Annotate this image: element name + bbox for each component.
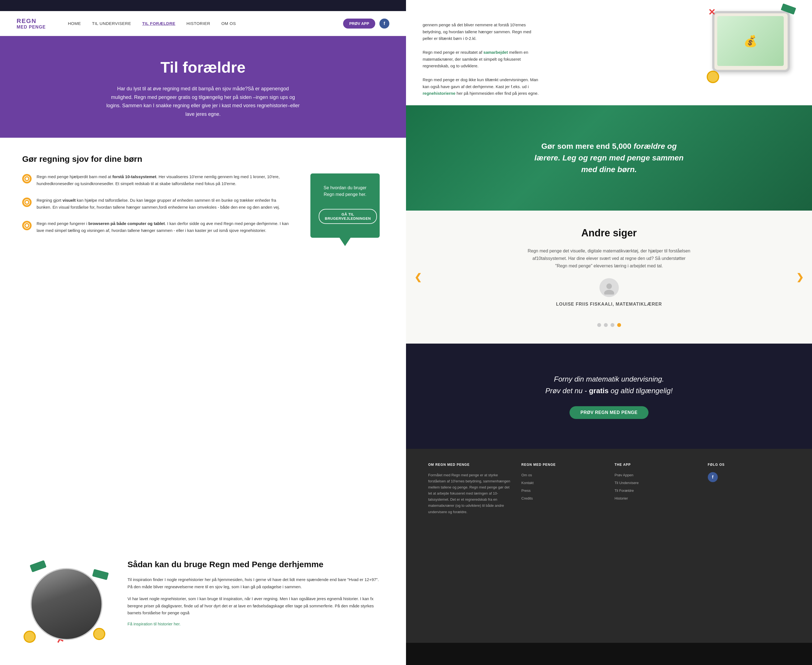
footer-prov-appen[interactable]: Prøv Appen (615, 472, 697, 478)
dark-cta-text: Forny din matematik undervisning. Prøv d… (545, 373, 673, 396)
sadan-p2: Vi har lavet nogle regnehistorier, som I… (128, 595, 384, 616)
dot-3[interactable] (610, 323, 614, 327)
sadan-image-wrapper: ✕ (22, 560, 111, 649)
navbar: REGN MED PENGE HOME TIL UNDERVISERE TIL … (0, 11, 406, 36)
bottom-bar (406, 643, 812, 665)
sadan-link[interactable]: Få inspiration til historier her. (128, 621, 181, 626)
bubble-button[interactable]: GÅ TIL BRUGERVEJLEDNINGEN (319, 209, 377, 224)
nav-foraeldre[interactable]: TIL FORÆLDRE (142, 21, 176, 26)
andre-section: ❮ Andre siger Regn med penge det visuell… (406, 211, 812, 344)
top-bar (0, 0, 406, 11)
app-preview-text: gennem penge så det bliver nemmere at fo… (423, 21, 539, 97)
green-banner-content: Gør som mere end 5,000 forældre og lærer… (533, 141, 685, 175)
app-preview-p3: Regn med penge er dog ikke kun tiltænkt … (423, 77, 539, 97)
green-banner-text: Gør som mere end 5,000 forældre og lærer… (533, 141, 685, 175)
feature-text-1: Regn med penge hjælperdit barn med at fo… (36, 174, 290, 187)
tablet-shape: 💰 (712, 11, 790, 72)
svg-point-5 (26, 224, 28, 227)
footer-facebook-icon[interactable]: f (708, 472, 718, 482)
regnehistorierne-link[interactable]: regnehistorierne (423, 91, 455, 96)
app-preview-section: gennem penge så det bliver nemmere at fo… (406, 0, 812, 105)
andre-heading: Andre siger (428, 227, 790, 239)
prov-regn-button[interactable]: PRØV REGN MED PENGE (569, 406, 649, 419)
carousel-dots (428, 323, 790, 327)
footer-press[interactable]: Press (521, 488, 603, 494)
hero-title: Til forældre (33, 58, 373, 76)
coin-deco-1 (23, 631, 36, 643)
features-area: Regn med penge hjælperdit barn med at fo… (22, 174, 384, 244)
footer-om-os[interactable]: Om os (521, 472, 603, 478)
footer-col-about: OM REGN MED PENGE Formålet med Regn med … (428, 463, 510, 629)
right-column: gennem penge så det bliver nemmere at fo… (406, 0, 812, 665)
app-preview-p2: Regn med penge er resultatet af samarbej… (423, 49, 539, 70)
svg-point-7 (606, 283, 612, 289)
footer-til-foraeldre[interactable]: Til Forældre (615, 488, 697, 494)
footer-fb-label: f (712, 475, 714, 480)
facebook-button[interactable]: f (379, 18, 389, 29)
nav-home[interactable]: HOME (68, 21, 81, 26)
nav-undervisere[interactable]: TIL UNDERVISERE (92, 21, 131, 26)
feature-icon-2 (22, 198, 31, 207)
footer-col-links: REGN MED PENGE Om os Kontakt Press Credi… (521, 463, 603, 629)
features-heading: Gør regning sjov for dine børn (22, 154, 384, 164)
feature-text-3: Regn med penge fungerer i browseren på b… (36, 220, 290, 234)
footer-col-app: THE APP Prøv Appen Til Undervisere Til F… (615, 463, 697, 629)
call-box: Se hvordan du bruger Regn med penge her.… (306, 174, 384, 244)
carousel-arrow-right[interactable]: ❯ (796, 272, 804, 282)
feature-icon-1 (22, 174, 31, 183)
footer-col1-heading: OM REGN MED PENGE (428, 463, 510, 467)
feature-item-1: Regn med penge hjælperdit barn med at fo… (22, 174, 290, 187)
dot-4[interactable] (617, 323, 621, 327)
hero-body: Har du lyst til at øve regning med dit b… (106, 85, 300, 118)
feature-item-2: Regning gjort visuelt kan hjælpe md talf… (22, 197, 290, 211)
bubble-text: Se hvordan du bruger Regn med penge her. (319, 185, 371, 198)
facebook-icon: f (384, 21, 385, 26)
footer-col2-heading: REGN MED PENGE (521, 463, 603, 467)
footer-col4-heading: FØLG OS (708, 463, 790, 467)
features-section: Gør regning sjov for dine børn Regn med … (0, 138, 406, 549)
footer-til-undervisere[interactable]: Til Undervisere (615, 480, 697, 486)
footer-col1-text: Formålet med Regn med penge er at styrke… (428, 472, 510, 515)
logo-top: REGN (16, 18, 46, 25)
coin-deco-tablet (707, 70, 719, 83)
sadan-section: ✕ Sådan kan du bruge Regn med Penge derh… (0, 549, 406, 665)
hero-section: Til forældre Har du lyst til at øve regn… (0, 36, 406, 138)
green-banner: Gør som mere end 5,000 forældre og lærer… (406, 105, 812, 211)
footer-kontakt[interactable]: Kontakt (521, 480, 603, 486)
feature-text-2: Regning gjort visuelt kan hjælpe md talf… (36, 197, 290, 211)
sadan-image-circle (31, 568, 103, 640)
feature-item-3: Regn med penge fungerer i browseren på b… (22, 220, 290, 234)
sadan-text: Sådan kan du bruge Regn med Penge derhje… (128, 560, 384, 626)
dark-cta-section: Forny din matematik undervisning. Prøv d… (406, 344, 812, 449)
dot-2[interactable] (604, 323, 608, 327)
nav-links: HOME TIL UNDERVISERE TIL FORÆLDRE HISTOR… (68, 21, 343, 26)
logo: REGN MED PENGE (16, 18, 46, 29)
sadan-p1: Til inspiration finder I nogle regnehist… (128, 576, 384, 590)
dot-1[interactable] (597, 323, 601, 327)
prov-app-button[interactable]: PRØV APP (343, 18, 375, 29)
svg-point-1 (26, 177, 28, 180)
coin-deco-2 (93, 628, 105, 640)
tablet-illustration: 💰 ✕ (707, 5, 796, 83)
sadan-heading: Sådan kan du bruge Regn med Penge derhje… (128, 560, 384, 569)
andre-name: LOUISE FRIIS FISKAALI, MATEMATIKLÆRER (556, 300, 662, 308)
app-preview-p1: gennem penge så det bliver nemmere at fo… (423, 21, 539, 42)
nav-om-os[interactable]: OM OS (221, 21, 236, 26)
x-deco-tablet: ✕ (708, 7, 715, 18)
tablet-screen: 💰 (717, 16, 784, 66)
samarbejdet-link[interactable]: samarbejdet (483, 50, 508, 54)
speech-bubble: Se hvordan du bruger Regn med penge her.… (310, 174, 380, 238)
feature-icon-3 (22, 221, 31, 230)
nav-historier[interactable]: HISTORIER (187, 21, 210, 26)
money-bill-deco-1 (30, 560, 46, 572)
svg-point-3 (26, 201, 28, 204)
footer: OM REGN MED PENGE Formålet med Regn med … (406, 449, 812, 643)
footer-col3-heading: THE APP (615, 463, 697, 467)
footer-credits[interactable]: Credits (521, 495, 603, 501)
footer-col-follow: FØLG OS f (708, 463, 790, 629)
left-column: REGN MED PENGE HOME TIL UNDERVISERE TIL … (0, 0, 406, 665)
carousel-arrow-left[interactable]: ❮ (414, 272, 422, 282)
logo-bottom: MED PENGE (16, 25, 46, 29)
footer-historier[interactable]: Historier (615, 495, 697, 501)
andre-body: Regn med penge det visuelle, digitale ma… (526, 247, 692, 270)
